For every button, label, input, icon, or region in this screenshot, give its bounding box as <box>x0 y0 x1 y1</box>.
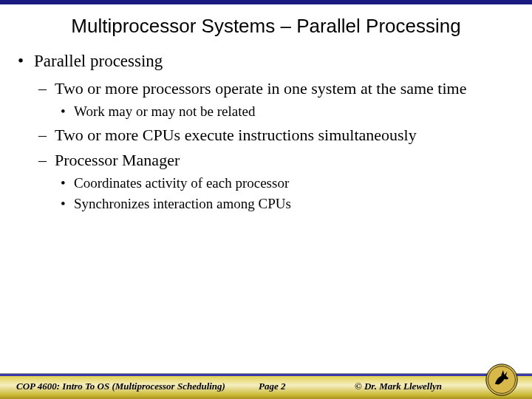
footer-copyright: © Dr. Mark Llewellyn <box>355 381 442 392</box>
bullet-text: Processor Manager <box>55 151 180 169</box>
bullet-level3: Synchronizes interaction among CPUs <box>55 195 514 213</box>
bullet-text: Two or more processors operate in one sy… <box>55 79 466 98</box>
bullet-text: Synchronizes interaction among CPUs <box>74 196 291 211</box>
bullet-text: Two or more CPUs execute instructions si… <box>55 126 417 144</box>
bullet-text: Coordinates activity of each processor <box>74 175 289 191</box>
bullet-level2: Two or more processors operate in one sy… <box>34 78 514 120</box>
slide-title: Multiprocessor Systems – Parallel Proces… <box>0 4 532 51</box>
ucf-pegasus-logo-icon <box>485 363 519 397</box>
footer-bar: COP 4600: Intro To OS (Multiprocessor Sc… <box>0 374 532 399</box>
bullet-level3: Work may or may not be related <box>55 103 514 120</box>
bullet-level2: Two or more CPUs execute instructions si… <box>34 125 514 146</box>
bullet-level2: Processor Manager Coordinates activity o… <box>34 150 514 213</box>
bullet-level3: Coordinates activity of each processor <box>55 174 514 192</box>
slide-content: Parallel processing Two or more processo… <box>0 51 532 213</box>
footer: COP 4600: Intro To OS (Multiprocessor Sc… <box>0 373 532 399</box>
footer-course: COP 4600: Intro To OS (Multiprocessor Sc… <box>0 381 259 392</box>
bullet-text: Work may or may not be related <box>74 103 255 119</box>
bullet-level1: Parallel processing Two or more processo… <box>18 51 514 213</box>
bullet-text: Parallel processing <box>34 52 163 70</box>
footer-page: Page 2 <box>259 381 355 392</box>
